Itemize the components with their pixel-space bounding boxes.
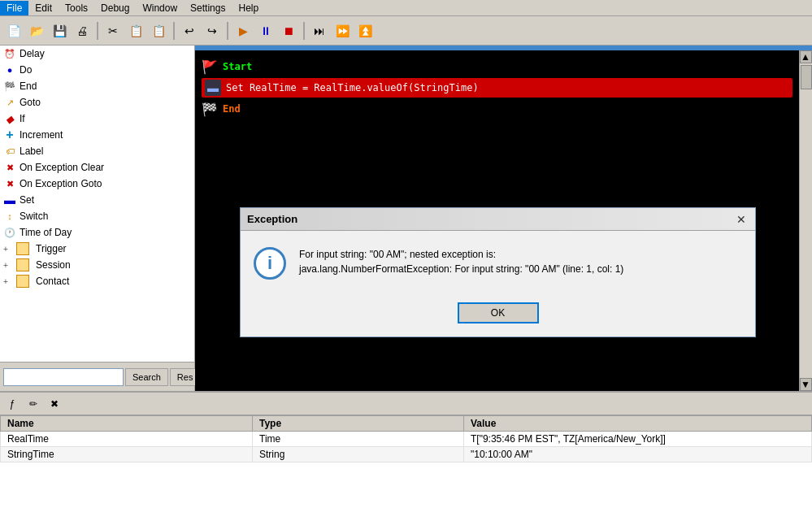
undo-btn[interactable]: ↩ — [179, 20, 200, 41]
do-icon: ● — [3, 63, 16, 76]
menu-file[interactable]: File — [0, 1, 28, 15]
col-value: Value — [464, 416, 812, 432]
goto-icon: ↗ — [3, 96, 16, 109]
bt-btn2[interactable]: ✏ — [24, 395, 42, 413]
var-value-2: "10:10:00 AM" — [464, 447, 812, 462]
tree-item-if[interactable]: ◆ If — [0, 111, 194, 127]
switch-icon: ↕ — [3, 210, 16, 223]
dialog-titlebar: Exception ✕ — [241, 208, 755, 231]
col-type: Type — [253, 416, 464, 432]
dialog-message: For input string: "00 AM"; nested except… — [299, 247, 623, 276]
search-button[interactable]: Search — [125, 368, 168, 386]
copy-btn[interactable]: 📋 — [125, 20, 146, 41]
tree-label-do: Do — [20, 64, 32, 76]
tree-label-set: Set — [20, 194, 34, 206]
tree-label-switch: Switch — [20, 211, 48, 222]
table-row: StringTime String "10:10:00 AM" — [1, 447, 812, 462]
bt-btn1[interactable]: ƒ — [3, 395, 21, 413]
tree-item-delay[interactable]: ⏰ Delay — [0, 46, 194, 62]
new-file-btn[interactable]: 📄 — [3, 20, 24, 41]
tree-item-do[interactable]: ● Do — [0, 62, 194, 78]
tree-label-goto: Goto — [20, 97, 41, 108]
tree-label-delay: Delay — [20, 48, 45, 59]
dialog-ok-button[interactable]: OK — [458, 302, 539, 323]
set-line-text: Set RealTime = RealTime.valueOf(StringTi… — [226, 82, 479, 93]
toolbar-sep-4 — [303, 22, 305, 40]
pause-btn[interactable]: ⏸ — [255, 20, 276, 41]
variables-table: Name Type Value RealTime Time T["9:35:46… — [0, 415, 812, 521]
bottom-section: ƒ ✏ ✖ Name Type Value RealTime Time T[" — [0, 391, 812, 521]
editor-scrollbar-right[interactable]: ▲ ▼ — [799, 50, 812, 391]
if-icon: ◆ — [3, 112, 16, 125]
tree-label-contact: Contact — [36, 276, 69, 287]
trigger-expander[interactable]: + — [3, 245, 15, 254]
tree-label-time-of-day: Time of Day — [20, 227, 72, 238]
tree-item-on-exception-goto[interactable]: ✖ On Exception Goto — [0, 176, 194, 192]
var-type-2: String — [253, 447, 464, 462]
menu-debug[interactable]: Debug — [94, 1, 136, 15]
contact-expander[interactable]: + — [3, 277, 15, 286]
stop-btn[interactable]: ⏹ — [278, 20, 299, 41]
tree-item-set[interactable]: ▬ Set — [0, 192, 194, 208]
run-btn[interactable]: ▶ — [232, 20, 254, 41]
menu-tools[interactable]: Tools — [59, 1, 94, 15]
tree-item-contact[interactable]: + Contact — [0, 273, 194, 289]
bt-btn3[interactable]: ✖ — [46, 395, 63, 413]
menu-help[interactable]: Help — [232, 1, 265, 15]
scrollbar-thumb[interactable] — [801, 65, 812, 89]
step2-btn[interactable]: ⏩ — [332, 20, 353, 41]
tree-item-on-exception-clear[interactable]: ✖ On Exception Clear — [0, 159, 194, 176]
dialog-title: Exception — [247, 213, 297, 225]
tree-label-on-exception-clear: On Exception Clear — [20, 162, 104, 173]
save-btn[interactable]: 💾 — [49, 20, 70, 41]
tree-item-goto[interactable]: ↗ Goto — [0, 94, 194, 111]
cut-btn[interactable]: ✂ — [102, 20, 124, 41]
dialog-body: i For input string: "00 AM"; nested exce… — [241, 231, 755, 296]
code-line-set: ▬ Set RealTime = RealTime.valueOf(String… — [202, 78, 792, 98]
step3-btn[interactable]: ⏫ — [354, 20, 376, 41]
end-text: End — [223, 103, 241, 115]
tree-label-if: If — [20, 113, 25, 124]
print-btn[interactable]: 🖨 — [72, 20, 93, 41]
dialog-info-icon: i — [254, 247, 286, 280]
tree-label-trigger: Trigger — [36, 243, 67, 254]
end-icon: 🏁 — [3, 80, 16, 93]
toolbar-sep-3 — [227, 22, 228, 40]
menu-settings[interactable]: Settings — [184, 1, 232, 15]
table-row: RealTime Time T["9:35:46 PM EST", TZ[Ame… — [1, 432, 812, 447]
session-expander[interactable]: + — [3, 261, 15, 270]
tree-label-increment: Increment — [20, 129, 63, 141]
var-name-2: StringTime — [1, 447, 253, 462]
redo-btn[interactable]: ↪ — [202, 20, 223, 41]
open-btn[interactable]: 📂 — [26, 20, 47, 41]
trigger-icon — [16, 242, 29, 255]
tree-item-trigger[interactable]: + Trigger — [0, 241, 194, 257]
tree-item-end[interactable]: 🏁 End — [0, 78, 194, 94]
on-exception-goto-icon: ✖ — [3, 177, 16, 190]
dialog-message-line2: java.lang.NumberFormatException: For inp… — [299, 262, 623, 276]
end-flag-icon: 🏁 — [202, 101, 218, 117]
tree-item-time-of-day[interactable]: 🕐 Time of Day — [0, 224, 194, 241]
tree-label-label: Label — [20, 145, 43, 157]
search-input[interactable] — [3, 368, 124, 386]
scrollbar-up-arrow[interactable]: ▲ — [800, 50, 812, 63]
tree-panel: ⏰ Delay ● Do 🏁 End ↗ Goto ◆ If — [0, 46, 194, 362]
tree-item-increment[interactable]: + Increment — [0, 127, 194, 143]
set-icon: ▬ — [3, 193, 16, 206]
scrollbar-down-arrow[interactable]: ▼ — [800, 378, 812, 391]
increment-icon: + — [3, 128, 16, 141]
tree-item-switch[interactable]: ↕ Switch — [0, 208, 194, 224]
tree-label-on-exception-goto: On Exception Goto — [20, 178, 102, 189]
paste-btn[interactable]: 📋 — [148, 20, 169, 41]
tree-label-session: Session — [36, 259, 71, 271]
tree-item-label[interactable]: 🏷 Label — [0, 143, 194, 159]
dialog-footer: OK — [241, 296, 755, 336]
menu-window[interactable]: Window — [136, 1, 184, 15]
var-type-1: Time — [253, 432, 464, 447]
toolbar: 📄 📂 💾 🖨 ✂ 📋 📋 ↩ ↪ ▶ ⏸ ⏹ ⏭ ⏩ ⏫ — [0, 16, 812, 46]
tree-item-session[interactable]: + Session — [0, 257, 194, 273]
step-btn[interactable]: ⏭ — [309, 20, 330, 41]
set-line-icon: ▬ — [205, 80, 221, 96]
menu-edit[interactable]: Edit — [28, 1, 59, 15]
dialog-close-button[interactable]: ✕ — [734, 212, 749, 227]
